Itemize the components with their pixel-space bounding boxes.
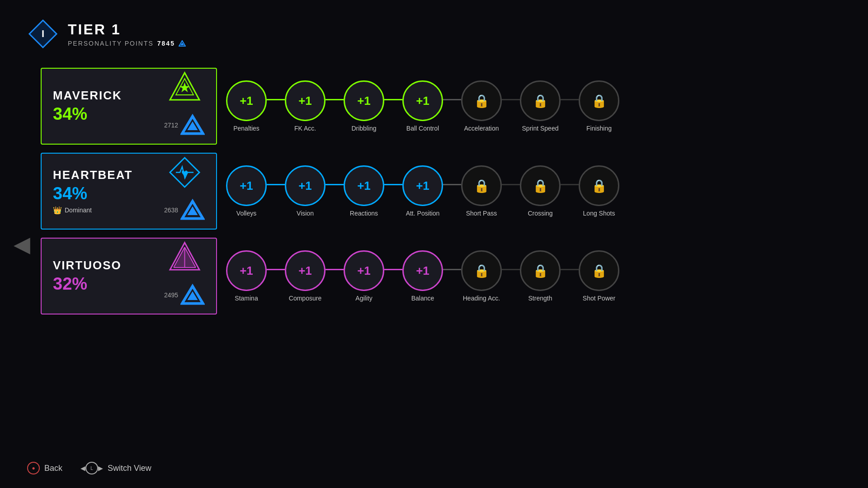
card-points: 2495 — [164, 278, 205, 312]
card-triangle-icon — [180, 193, 205, 227]
card-info: MAVERICK 34% — [53, 89, 155, 124]
node-label-sprint-speed: Sprint Speed — [522, 125, 559, 132]
lock-icon: 🔒 — [591, 94, 607, 108]
switch-view-label: Switch View — [108, 464, 151, 473]
connector-line — [267, 99, 285, 100]
node-label-strength: Strength — [528, 295, 552, 302]
node-item-strength: 🔒Strength — [520, 250, 561, 302]
node-circle-heading-acc.: 🔒 — [461, 250, 502, 291]
switch-view-stick: ◀ L ▶ — [80, 462, 103, 474]
points-triangle-icon — [179, 40, 186, 47]
node-circle-stamina: +1 — [226, 250, 267, 291]
node-item-ball-control[interactable]: +1Ball Control — [402, 80, 443, 132]
back-button[interactable]: ● Back — [27, 462, 62, 474]
connector-line — [384, 99, 402, 100]
node-item-composure[interactable]: +1Composure — [285, 250, 326, 302]
node-item-fk-acc.[interactable]: +1FK Acc. — [285, 80, 326, 132]
node-item-acceleration: 🔒Acceleration — [461, 80, 502, 132]
personality-card-maverick[interactable]: MAVERICK 34% ★ 2712 — [41, 68, 217, 145]
node-label-agility: Agility — [355, 295, 372, 302]
node-circle-agility: +1 — [344, 250, 384, 291]
node-item-dribbling[interactable]: +1Dribbling — [344, 80, 384, 132]
node-circle-fk-acc.: +1 — [285, 80, 326, 121]
svg-text:I: I — [42, 28, 44, 39]
node-circle-vision: +1 — [285, 165, 326, 206]
node-item-volleys[interactable]: +1Volleys — [226, 165, 267, 217]
node-item-heading-acc.: 🔒Heading Acc. — [461, 250, 502, 302]
badge-label: Dominant — [65, 206, 92, 214]
card-triangle-icon — [180, 278, 205, 312]
lock-icon: 🔒 — [591, 178, 607, 193]
personality-row-virtuoso: VIRTUOSO 32% 2495 +1Stamina+1Composure+1… — [41, 238, 850, 314]
lock-icon: 🔒 — [474, 263, 490, 278]
lock-icon: 🔒 — [533, 263, 548, 278]
node-label-vision: Vision — [297, 210, 314, 217]
footer: ● Back ◀ L ▶ Switch View — [27, 462, 151, 474]
node-item-sprint-speed: 🔒Sprint Speed — [520, 80, 561, 132]
connector-line — [443, 184, 461, 185]
node-item-stamina[interactable]: +1Stamina — [226, 250, 267, 302]
node-item-vision[interactable]: +1Vision — [285, 165, 326, 217]
node-label-ball-control: Ball Control — [406, 125, 439, 132]
node-item-shot-power: 🔒Shot Power — [579, 250, 619, 302]
lock-icon: 🔒 — [533, 94, 548, 108]
connector-line — [561, 184, 579, 185]
card-percent: 32% — [53, 274, 155, 294]
back-button-icon: ● — [27, 462, 40, 474]
connector-line — [326, 99, 344, 100]
node-label-short-pass: Short Pass — [466, 210, 497, 217]
header: I TIER 1 PERSONALITY POINTS 7845 — [27, 18, 186, 50]
lock-icon: 🔒 — [474, 178, 490, 193]
node-item-agility[interactable]: +1Agility — [344, 250, 384, 302]
node-label-finishing: Finishing — [586, 125, 612, 132]
lock-icon: 🔒 — [591, 263, 607, 278]
connector-line — [443, 269, 461, 270]
connector-line — [384, 184, 402, 185]
card-name: VIRTUOSO — [53, 258, 155, 272]
node-circle-short-pass: 🔒 — [461, 165, 502, 206]
node-circle-penalties: +1 — [226, 80, 267, 121]
node-item-long-shots: 🔒Long Shots — [579, 165, 619, 217]
card-info: VIRTUOSO 32% — [53, 258, 155, 294]
node-item-balance[interactable]: +1Balance — [402, 250, 443, 302]
node-label-crossing: Crossing — [528, 210, 552, 217]
card-name: MAVERICK — [53, 89, 155, 103]
card-percent: 34% — [53, 104, 155, 124]
node-circle-reactions: +1 — [344, 165, 384, 206]
personality-card-virtuoso[interactable]: VIRTUOSO 32% 2495 — [41, 238, 217, 314]
node-circle-acceleration: 🔒 — [461, 80, 502, 121]
node-circle-balance: +1 — [402, 250, 443, 291]
personality-row-heartbeat: HEARTBEAT 34% 👑Dominant ♥ 2638 +1Volleys… — [41, 153, 850, 230]
switch-view-button[interactable]: ◀ L ▶ Switch View — [80, 462, 151, 474]
node-label-composure: Composure — [289, 295, 321, 302]
node-label-volleys: Volleys — [236, 210, 256, 217]
node-item-att.-position[interactable]: +1Att. Position — [402, 165, 443, 217]
connector-line — [502, 184, 520, 185]
node-item-penalties[interactable]: +1Penalties — [226, 80, 267, 132]
node-label-balance: Balance — [411, 295, 434, 302]
connector-line — [384, 269, 402, 270]
node-circle-volleys: +1 — [226, 165, 267, 206]
node-circle-sprint-speed: 🔒 — [520, 80, 561, 121]
header-text: TIER 1 PERSONALITY POINTS 7845 — [68, 21, 186, 47]
lock-icon: 🔒 — [474, 94, 490, 108]
nodes-chain-heartbeat: +1Volleys+1Vision+1Reactions+1Att. Posit… — [217, 165, 850, 217]
node-label-dribbling: Dribbling — [351, 125, 376, 132]
node-item-reactions[interactable]: +1Reactions — [344, 165, 384, 217]
personality-card-heartbeat[interactable]: HEARTBEAT 34% 👑Dominant ♥ 2638 — [41, 153, 217, 230]
back-label: Back — [44, 464, 62, 473]
card-points-value: 2712 — [164, 122, 178, 129]
card-points-value: 2638 — [164, 206, 178, 214]
tier-title: TIER 1 — [68, 21, 186, 38]
arrow-left-icon: ◀ — [80, 465, 85, 472]
connector-line — [267, 184, 285, 185]
card-info: HEARTBEAT 34% 👑Dominant — [53, 168, 155, 215]
personality-points: PERSONALITY POINTS 7845 — [68, 40, 186, 47]
node-label-long-shots: Long Shots — [583, 210, 615, 217]
card-icon-virtuoso: 2495 — [164, 240, 205, 312]
svg-text:★: ★ — [179, 80, 191, 95]
card-badge: 👑Dominant — [53, 206, 155, 215]
personality-row-maverick: MAVERICK 34% ★ 2712 +1Penalties+1FK Acc.… — [41, 68, 850, 145]
node-label-att.-position: Att. Position — [406, 210, 440, 217]
node-label-penalties: Penalties — [233, 125, 259, 132]
